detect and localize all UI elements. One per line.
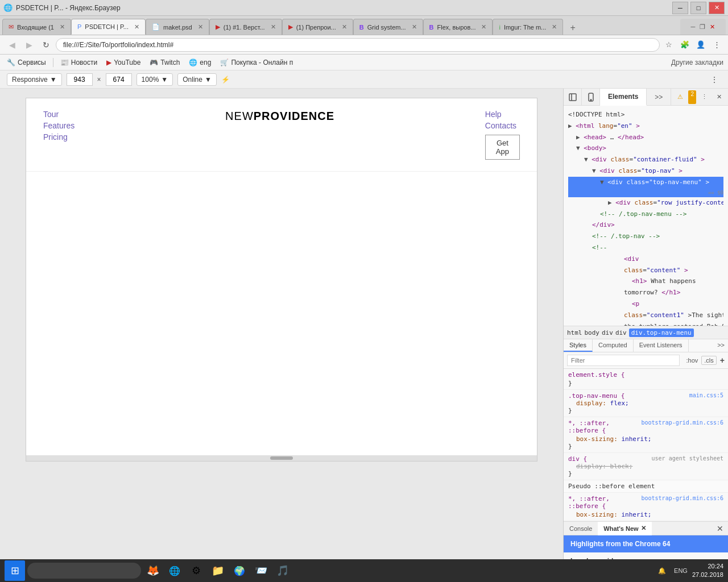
- close-win-icon[interactable]: ✕: [708, 23, 717, 31]
- styles-tab-event-listeners[interactable]: Event Listeners: [634, 339, 689, 352]
- pseudo-before-source[interactable]: bootstrap-grid.min.css:6: [642, 495, 724, 501]
- forward-button[interactable]: ▶: [22, 38, 36, 52]
- styles-more-button[interactable]: >>: [714, 339, 728, 352]
- tree-row-arrow[interactable]: ▶: [608, 199, 615, 206]
- tree-topnavmenu-arrow[interactable]: ▼: [600, 178, 607, 186]
- page-scrollbar[interactable]: [26, 455, 537, 461]
- tab-bootstrap2[interactable]: B Flex, выров... ✕: [423, 19, 493, 35]
- bookmark-services[interactable]: 🔧 Сервисы: [5, 57, 48, 68]
- topnavmenu-source[interactable]: main.css:5: [689, 392, 723, 398]
- console-tab-whatsnew[interactable]: What's New ✕: [598, 522, 651, 535]
- bookmark-news[interactable]: 📰 Новости: [58, 57, 100, 68]
- minimize-button[interactable]: ─: [672, 2, 688, 14]
- address-bar[interactable]: [56, 38, 660, 52]
- back-button[interactable]: ◀: [5, 38, 19, 52]
- throttle-icon[interactable]: ⚡: [221, 76, 230, 84]
- console-close-button[interactable]: ✕: [712, 524, 728, 533]
- taskbar-chrome-icon[interactable]: 🌍: [230, 561, 249, 580]
- tree-topnavmenu[interactable]: ▼ <div class="top-nav-menu" > == $0: [568, 177, 723, 197]
- start-button[interactable]: ⊞: [5, 560, 25, 581]
- devtools-mobile-icon[interactable]: [582, 89, 600, 106]
- console-tab-console[interactable]: Console: [564, 522, 598, 535]
- bookmark-shop[interactable]: 🛒 Покупка - Онлайн п: [218, 57, 295, 68]
- imgur-tab-close[interactable]: ✕: [552, 23, 557, 31]
- zoom-selector[interactable]: 100% ▼: [136, 73, 173, 86]
- height-input[interactable]: [106, 73, 132, 86]
- breadcrumb-html[interactable]: html: [567, 329, 582, 336]
- youtube2-tab-close[interactable]: ✕: [342, 23, 347, 31]
- maket-tab-close[interactable]: ✕: [198, 23, 203, 31]
- devtools-tab-elements[interactable]: Elements: [600, 89, 647, 106]
- pseudo-button[interactable]: :hov: [686, 357, 698, 364]
- taskbar-files-icon[interactable]: 📁: [208, 561, 228, 580]
- online-selector[interactable]: Online ▼: [177, 73, 217, 86]
- maximize-button[interactable]: □: [690, 2, 706, 14]
- universal-source[interactable]: bootstrap-grid.min.css:6: [642, 419, 724, 426]
- styles-tab-computed[interactable]: Computed: [593, 339, 634, 352]
- responsive-more-button[interactable]: ⋮: [708, 73, 721, 86]
- nav-tour-link[interactable]: Tour: [43, 110, 75, 119]
- restore-win-icon[interactable]: ❐: [697, 23, 708, 31]
- responsive-selector[interactable]: Responsive ▼: [7, 73, 62, 86]
- nav-help-link[interactable]: Help: [485, 110, 502, 119]
- get-app-button[interactable]: Get App: [485, 135, 520, 160]
- new-tab-button[interactable]: +: [565, 21, 580, 35]
- breadcrumb-div2[interactable]: div: [615, 329, 627, 336]
- account-button[interactable]: 👤: [694, 38, 708, 52]
- tab-imgur[interactable]: i Imgur: The m... ✕: [493, 19, 563, 35]
- tree-html[interactable]: ▶ <html lang="en" >: [568, 120, 723, 132]
- tab-gmail[interactable]: ✉ Входящие (1 ✕: [2, 19, 71, 35]
- tree-container-arrow[interactable]: ▼: [584, 156, 592, 163]
- tree-container[interactable]: ▼ <div class="container-fluid" >: [568, 154, 723, 165]
- tab-psdetch[interactable]: P PSDETCH | P... ✕: [71, 19, 146, 35]
- nav-features-link[interactable]: Features: [43, 121, 75, 130]
- breadcrumb-body[interactable]: body: [585, 329, 600, 336]
- notification-icon[interactable]: 🔔: [655, 563, 669, 578]
- bookmark-star-icon[interactable]: ☆: [662, 38, 676, 52]
- nav-contacts-link[interactable]: Contacts: [485, 121, 516, 130]
- menu-button[interactable]: ⋮: [710, 38, 723, 52]
- taskbar-firefox-icon[interactable]: 🦊: [143, 561, 163, 580]
- extensions-button[interactable]: 🧩: [678, 38, 692, 52]
- tree-row[interactable]: ▶ <div class="row justify-content-around…: [568, 197, 723, 209]
- devtools-close-icon[interactable]: ✕: [712, 90, 726, 104]
- tab-youtube1[interactable]: ▶ (1) #1. Верст... ✕: [209, 19, 282, 35]
- width-input[interactable]: [67, 73, 93, 86]
- tree-topnav[interactable]: ▼ <div class="top-nav" >: [568, 165, 723, 177]
- tree-topnav-arrow[interactable]: ▼: [592, 167, 599, 174]
- tree-body-arrow[interactable]: ▼: [576, 144, 584, 152]
- bookmark-youtube[interactable]: ▶ YouTube: [104, 57, 143, 68]
- breadcrumb-active[interactable]: div.top-nav-menu: [629, 329, 694, 337]
- tab-maket[interactable]: 📄 maket.psd ✕: [146, 19, 209, 35]
- youtube1-tab-close[interactable]: ✕: [271, 23, 276, 31]
- reload-button[interactable]: ↻: [39, 38, 53, 52]
- devtools-settings-icon[interactable]: ⋮: [697, 90, 711, 104]
- other-bookmarks-link[interactable]: Другие закладки: [671, 59, 723, 66]
- styles-filter-input[interactable]: [567, 355, 680, 366]
- bookmark-eng[interactable]: 🌐 eng: [187, 57, 213, 68]
- breadcrumb-div1[interactable]: div: [602, 329, 613, 336]
- tree-body[interactable]: ▼ <body>: [568, 143, 723, 154]
- taskbar-settings-icon[interactable]: ⚙: [187, 561, 206, 580]
- tree-head-arrow[interactable]: ▶: [576, 134, 584, 141]
- devtools-tab-more[interactable]: >>: [647, 89, 671, 106]
- psdetch-tab-close[interactable]: ✕: [134, 23, 139, 31]
- tree-html-arrow[interactable]: ▶: [568, 122, 576, 130]
- taskbar-edge-icon[interactable]: 🌐: [165, 561, 184, 580]
- styles-tab-styles[interactable]: Styles: [564, 339, 593, 352]
- gmail-tab-close[interactable]: ✕: [60, 23, 65, 31]
- bootstrap2-tab-close[interactable]: ✕: [481, 23, 486, 31]
- cls-button[interactable]: .cls: [701, 356, 717, 365]
- tab-bootstrap1[interactable]: B Grid system... ✕: [353, 19, 423, 35]
- warning-icon[interactable]: ⚠: [673, 90, 687, 104]
- add-style-button[interactable]: +: [720, 356, 725, 365]
- tab-youtube2[interactable]: ▶ (1) Препрои... ✕: [282, 19, 353, 35]
- bootstrap1-tab-close[interactable]: ✕: [412, 23, 417, 31]
- nav-pricing-link[interactable]: Pricing: [43, 132, 75, 142]
- taskbar-figma-icon[interactable]: 🎵: [273, 561, 292, 580]
- whatsnew-close-icon[interactable]: ✕: [641, 525, 646, 532]
- devtools-inspect-icon[interactable]: [564, 89, 582, 106]
- taskbar-search[interactable]: [27, 563, 141, 579]
- tree-head[interactable]: ▶ <head> … </head>: [568, 132, 723, 143]
- taskbar-telegram-icon[interactable]: 📨: [251, 561, 271, 580]
